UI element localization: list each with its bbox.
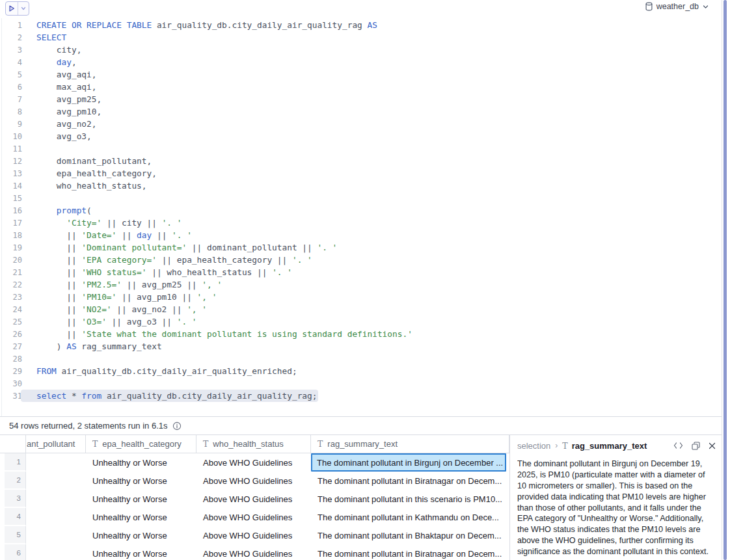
database-selector-label: weather_db bbox=[656, 2, 699, 11]
column-header-who_health_status[interactable]: Twho_health_status bbox=[196, 435, 311, 453]
code-text: max_aqi, bbox=[22, 82, 96, 92]
code-line[interactable]: 20 || 'EPA category=' || epa_health_cate… bbox=[0, 254, 722, 266]
code-text: avg_pm10, bbox=[22, 107, 101, 116]
code-line[interactable]: 10 avg_o3, bbox=[0, 130, 722, 142]
code-text: avg_pm25, bbox=[22, 94, 101, 104]
line-number: 20 bbox=[0, 256, 22, 265]
run-button[interactable] bbox=[6, 2, 18, 15]
vertical-scrollbar[interactable] bbox=[722, 0, 730, 560]
table-cell[interactable]: Above WHO Guidelines bbox=[196, 494, 311, 504]
code-text: CREATE OR REPLACE TABLE air_quality_db.c… bbox=[22, 20, 377, 30]
selected-cell[interactable]: The dominant pollutant in Birgunj on Dec… bbox=[311, 453, 506, 472]
code-line[interactable]: 23 || 'PM10=' || avg_pm10 || ', ' bbox=[0, 291, 722, 303]
line-number: 3 bbox=[0, 46, 22, 55]
column-header-ant_pollutant[interactable]: ant_pollutant bbox=[26, 435, 86, 453]
code-line[interactable]: 9 avg_no2, bbox=[0, 118, 722, 130]
copy-icon[interactable] bbox=[692, 442, 700, 450]
text-type-icon: T bbox=[92, 439, 98, 449]
run-options-button[interactable] bbox=[18, 2, 29, 15]
scrollbar-thumb[interactable] bbox=[723, 0, 727, 560]
code-line[interactable]: 21 || 'WHO status=' || who_health_status… bbox=[0, 266, 722, 278]
table-cell[interactable]: Above WHO Guidelines bbox=[196, 513, 311, 522]
line-number: 1 bbox=[0, 21, 22, 30]
code-line[interactable]: 31select * from air_quality_db.city_dail… bbox=[0, 390, 722, 402]
code-line[interactable]: 7 avg_pm25, bbox=[0, 93, 722, 105]
line-number: 7 bbox=[0, 95, 22, 104]
code-line[interactable]: 11 bbox=[0, 142, 722, 155]
line-number: 26 bbox=[0, 330, 22, 339]
code-line[interactable]: 29FROM air_quality_db.city_daily_air_qua… bbox=[0, 365, 722, 377]
table-cell[interactable]: Unhealthy or Worse bbox=[86, 458, 196, 468]
code-line[interactable]: 5 avg_aqi, bbox=[0, 68, 722, 81]
column-header-rag_summary_text[interactable]: Trag_summary_text bbox=[311, 435, 509, 453]
code-text: || 'State what the dominant pollutant is… bbox=[22, 329, 412, 339]
code-text: || 'PM2.5=' || avg_pm25 || ', ' bbox=[22, 280, 222, 289]
selected-cell-content: The dominant pollutant in Birgunj on Dec… bbox=[510, 456, 722, 557]
table-cell[interactable]: Above WHO Guidelines bbox=[196, 476, 311, 486]
table-cell[interactable]: Unhealthy or Worse bbox=[86, 494, 196, 504]
line-number: 12 bbox=[0, 157, 22, 166]
code-line[interactable]: 15 bbox=[0, 192, 722, 204]
code-text: day, bbox=[22, 57, 77, 67]
table-cell[interactable]: The dominant pollutant in Biratnagar on … bbox=[311, 549, 509, 559]
line-number: 30 bbox=[0, 379, 22, 388]
line-number: 17 bbox=[0, 219, 22, 228]
line-number: 2 bbox=[0, 33, 22, 42]
code-text: SELECT bbox=[22, 33, 66, 42]
results-table: ant_pollutantTepa_health_categoryTwho_he… bbox=[0, 435, 509, 560]
sql-code-editor[interactable]: 1CREATE OR REPLACE TABLE air_quality_db.… bbox=[0, 19, 722, 409]
code-line[interactable]: 17 'City=' || city || '. ' bbox=[0, 217, 722, 229]
results-status-bar: 54 rows returned, 2 statements run in 6.… bbox=[0, 416, 722, 435]
code-text: || 'Dominant pollutant=' || dominant_pol… bbox=[22, 243, 337, 252]
code-line[interactable]: 24 || 'NO2=' || avg_no2 || ', ' bbox=[0, 303, 722, 315]
line-number: 8 bbox=[0, 107, 22, 116]
code-line[interactable]: 25 || 'O3=' || avg_o3 || '. ' bbox=[0, 315, 722, 328]
code-text: city, bbox=[22, 45, 81, 55]
code-line[interactable]: 13 epa_health_category, bbox=[0, 167, 722, 180]
code-line[interactable]: 18 || 'Date=' || day || '. ' bbox=[0, 229, 722, 241]
column-header-epa_health_category[interactable]: Tepa_health_category bbox=[86, 435, 196, 453]
code-line[interactable]: 22 || 'PM2.5=' || avg_pm25 || ', ' bbox=[0, 278, 722, 291]
code-text: || 'Date=' || day || '. ' bbox=[22, 230, 192, 240]
table-cell[interactable]: Unhealthy or Worse bbox=[86, 513, 196, 522]
table-cell[interactable]: Unhealthy or Worse bbox=[86, 549, 196, 559]
table-cell[interactable]: Unhealthy or Worse bbox=[86, 476, 196, 486]
code-view-icon[interactable] bbox=[673, 442, 683, 449]
table-header-row: ant_pollutantTepa_health_categoryTwho_he… bbox=[0, 435, 509, 453]
info-icon[interactable] bbox=[172, 421, 182, 431]
code-line[interactable]: 4 day, bbox=[0, 56, 722, 68]
column-header-label: epa_health_category bbox=[102, 439, 181, 449]
code-line[interactable]: 28 bbox=[0, 353, 722, 365]
code-line[interactable]: 19 || 'Dominant pollutant=' || dominant_… bbox=[0, 241, 722, 254]
close-icon[interactable] bbox=[709, 442, 716, 449]
line-number: 19 bbox=[0, 243, 22, 252]
code-line[interactable]: 2SELECT bbox=[0, 31, 722, 44]
code-line[interactable]: 26 || 'State what the dominant pollutant… bbox=[0, 328, 722, 340]
code-line[interactable]: 14 who_health_status, bbox=[0, 180, 722, 192]
code-text: 'City=' || city || '. ' bbox=[22, 218, 182, 228]
chevron-down-icon bbox=[702, 3, 709, 10]
row-number: 6 bbox=[5, 544, 26, 560]
toolbar: weather_db bbox=[0, 0, 722, 18]
code-line[interactable]: 16 prompt( bbox=[0, 204, 722, 217]
database-selector[interactable]: weather_db bbox=[645, 1, 709, 12]
code-line[interactable]: 1CREATE OR REPLACE TABLE air_quality_db.… bbox=[0, 19, 722, 31]
table-cell[interactable]: The dominant pollutant in Bhaktapur on D… bbox=[311, 531, 509, 540]
table-cell[interactable]: Above WHO Guidelines bbox=[196, 531, 311, 540]
code-line[interactable]: 6 max_aqi, bbox=[0, 81, 722, 93]
table-cell[interactable]: The dominant pollutant in Biratnagar on … bbox=[311, 476, 509, 486]
table-cell[interactable]: The dominant pollutant in Kathmandu on D… bbox=[311, 513, 509, 522]
table-cell[interactable]: The dominant pollutant in this scenario … bbox=[311, 494, 509, 504]
selected-field-name: rag_summary_text bbox=[572, 441, 647, 451]
breadcrumb: selection bbox=[517, 441, 550, 451]
code-line[interactable]: 12 dominant_pollutant, bbox=[0, 155, 722, 167]
code-line[interactable]: 8 avg_pm10, bbox=[0, 105, 722, 118]
code-line[interactable]: 3 city, bbox=[0, 44, 722, 56]
row-number: 5 bbox=[5, 526, 26, 544]
line-number: 23 bbox=[0, 293, 22, 302]
table-cell[interactable]: Above WHO Guidelines bbox=[196, 549, 311, 559]
code-line[interactable]: 27 ) AS rag_summary_text bbox=[0, 340, 722, 353]
table-cell[interactable]: Above WHO Guidelines bbox=[196, 458, 311, 468]
code-line[interactable]: 30 bbox=[0, 377, 722, 390]
table-cell[interactable]: Unhealthy or Worse bbox=[86, 531, 196, 540]
